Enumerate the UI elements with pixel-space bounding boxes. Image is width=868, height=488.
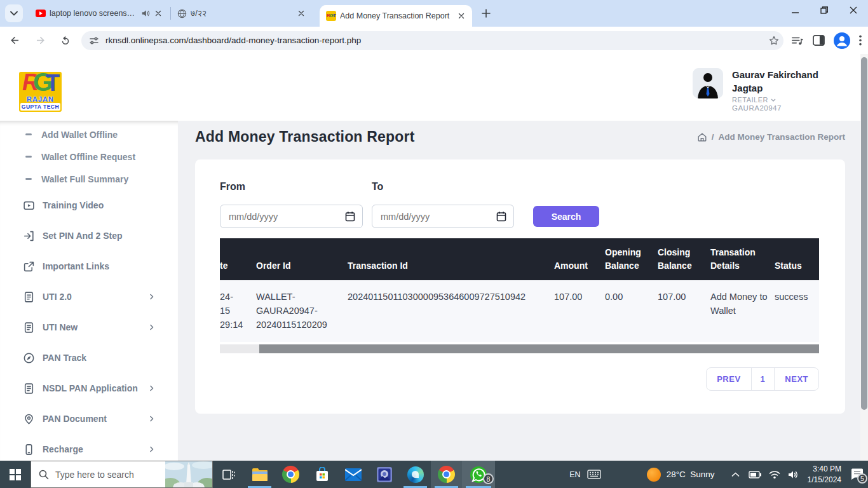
tab-close-icon[interactable] xyxy=(295,8,307,19)
new-tab-button[interactable] xyxy=(477,4,495,22)
url-text[interactable]: rknsdl.onlinepsa.com/dashboard/add-money… xyxy=(105,36,768,45)
site-logo[interactable]: R G T RAJAN GUPTA TECH xyxy=(19,72,62,112)
page-title: Add Money Transaction Report xyxy=(195,128,415,146)
browser-tab-strip: laptop lenovo screenshot - ७/२२ RGT Add … xyxy=(0,0,868,27)
weather-icon[interactable] xyxy=(647,468,661,482)
taskbar-clock[interactable]: 3:40 PM 1/15/2024 xyxy=(808,464,841,484)
search-highlight-image[interactable] xyxy=(165,461,212,487)
site-info-icon[interactable] xyxy=(89,36,99,46)
to-date-input[interactable] xyxy=(372,205,514,228)
logo-letter: T xyxy=(46,72,60,97)
cell-transation-details: Add Money to Wallet xyxy=(710,280,775,342)
site-header: R G T RAJAN GUPTA TECH Gaurav Fakirchand… xyxy=(0,54,868,121)
tray-chevron-up-icon[interactable] xyxy=(731,472,740,477)
start-button[interactable] xyxy=(0,461,31,488)
browser-tab-active[interactable]: RGT Add Money Transaction Report xyxy=(320,5,472,27)
horizontal-scrollbar[interactable] xyxy=(220,344,819,353)
sidebar-item-recharge[interactable]: Recharge xyxy=(0,434,178,464)
sidebar-item-important-links[interactable]: Important Links xyxy=(0,251,178,281)
chrome-active-button[interactable] xyxy=(431,461,462,488)
mail-button[interactable] xyxy=(337,461,369,488)
forward-button[interactable] xyxy=(29,30,51,51)
volume-icon[interactable] xyxy=(788,470,799,479)
page-number-button[interactable]: 1 xyxy=(751,368,775,390)
weather-text[interactable]: 28°C Sunny xyxy=(667,470,715,479)
vertical-scrollbar-thumb[interactable] xyxy=(861,57,867,410)
battery-icon[interactable] xyxy=(749,471,761,478)
minimize-button[interactable] xyxy=(780,0,810,20)
notification-center-button[interactable]: 5 xyxy=(846,461,868,488)
back-button[interactable] xyxy=(4,30,25,51)
sidebar-item-nsdl-pan-application[interactable]: NSDL PAN Application xyxy=(0,373,178,403)
prev-page-button[interactable]: PREV xyxy=(707,368,750,390)
to-date-group: To xyxy=(372,181,514,228)
restore-button[interactable] xyxy=(810,0,839,20)
sidebar-item-set-pin[interactable]: Set PIN And 2 Step xyxy=(0,220,178,251)
col-amount: Amount xyxy=(554,238,605,280)
next-page-button[interactable]: NEXT xyxy=(774,368,818,390)
sidebar-item-uti-20[interactable]: UTI 2.0 xyxy=(0,281,178,312)
sidebar-nav: Add Wallet Offline Wallet Offline Reques… xyxy=(0,121,178,461)
tab-title: ७/२२ xyxy=(191,9,292,18)
profile-avatar[interactable] xyxy=(834,32,850,49)
compass-icon xyxy=(23,352,35,364)
from-date-input[interactable] xyxy=(220,205,363,228)
wifi-icon[interactable] xyxy=(769,470,780,479)
microsoft-store-button[interactable] xyxy=(306,461,337,488)
mobile-icon xyxy=(23,444,35,456)
chevron-right-icon xyxy=(149,324,155,330)
notification-badge: 5 xyxy=(857,473,867,484)
sidebar-item-pan-track[interactable]: PAN Track xyxy=(0,342,178,373)
sidebar-item-training-video[interactable]: Training Video xyxy=(0,190,178,220)
report-card: From To Search te Order Id Transaction I… xyxy=(195,159,845,414)
close-window-button[interactable] xyxy=(839,0,868,20)
whatsapp-badge: 8 xyxy=(483,473,494,484)
video-icon xyxy=(23,200,35,212)
tab-close-icon[interactable] xyxy=(456,10,467,22)
tab-audio-icon[interactable] xyxy=(141,9,150,18)
user-role[interactable]: RETAILER xyxy=(732,96,821,104)
chrome-pinned-button[interactable] xyxy=(275,461,306,488)
edge-button[interactable] xyxy=(400,461,431,488)
sidebar-item-uti-new[interactable]: UTI New xyxy=(0,312,178,342)
cell-opening-balance: 0.00 xyxy=(605,280,658,342)
home-icon[interactable] xyxy=(697,132,707,142)
search-button[interactable]: Search xyxy=(533,206,599,227)
calendar-icon[interactable] xyxy=(345,211,355,222)
horizontal-scrollbar-thumb[interactable] xyxy=(259,344,819,353)
sidebar-item-add-wallet-offline[interactable]: Add Wallet Offline xyxy=(0,123,178,146)
location-pin-icon xyxy=(23,413,35,425)
browser-tab-second[interactable]: ७/२२ xyxy=(171,3,312,24)
whatsapp-button[interactable]: 8 xyxy=(462,461,495,488)
pagination: PREV 1 NEXT xyxy=(706,367,819,391)
sidebar-item-wallet-offline-request[interactable]: Wallet Offline Request xyxy=(0,146,178,168)
user-profile[interactable]: Gaurav Fakirchand Jagtap RETAILER GAURA2… xyxy=(693,68,821,112)
address-bar[interactable]: rknsdl.onlinepsa.com/dashboard/add-money… xyxy=(81,31,783,50)
photos-app-button[interactable] xyxy=(369,461,400,488)
task-view-button[interactable] xyxy=(213,461,244,488)
keyboard-icon[interactable] xyxy=(587,470,601,479)
tab-search-button[interactable] xyxy=(5,4,23,22)
vertical-scrollbar[interactable] xyxy=(860,54,868,461)
sidebar-item-pan-document[interactable]: PAN Document xyxy=(0,403,178,434)
tab-title: laptop lenovo screenshot - xyxy=(50,9,137,18)
dash-icon xyxy=(25,133,32,135)
language-indicator[interactable]: EN xyxy=(569,470,580,479)
browser-tab-youtube[interactable]: laptop lenovo screenshot - xyxy=(29,3,170,24)
tab-close-icon[interactable] xyxy=(153,8,164,19)
reload-button[interactable] xyxy=(55,30,76,51)
side-panel-icon[interactable] xyxy=(813,35,825,46)
chevron-down-icon xyxy=(771,98,776,102)
calendar-icon[interactable] xyxy=(496,211,506,222)
media-controls-icon[interactable] xyxy=(791,35,804,46)
user-avatar xyxy=(693,68,723,98)
breadcrumb-current: Add Money Transaction Report xyxy=(718,132,845,142)
col-transation-details: Transation Details xyxy=(710,238,775,280)
sidebar-item-wallet-full-summary[interactable]: Wallet Full Summary xyxy=(0,168,178,190)
file-explorer-button[interactable] xyxy=(244,461,275,488)
browser-menu-icon[interactable] xyxy=(859,35,862,46)
to-label: To xyxy=(372,181,514,193)
taskbar-search-box[interactable]: Type here to search xyxy=(31,461,213,488)
bookmark-star-icon[interactable] xyxy=(768,35,780,46)
col-date-clipped: te xyxy=(220,238,256,280)
